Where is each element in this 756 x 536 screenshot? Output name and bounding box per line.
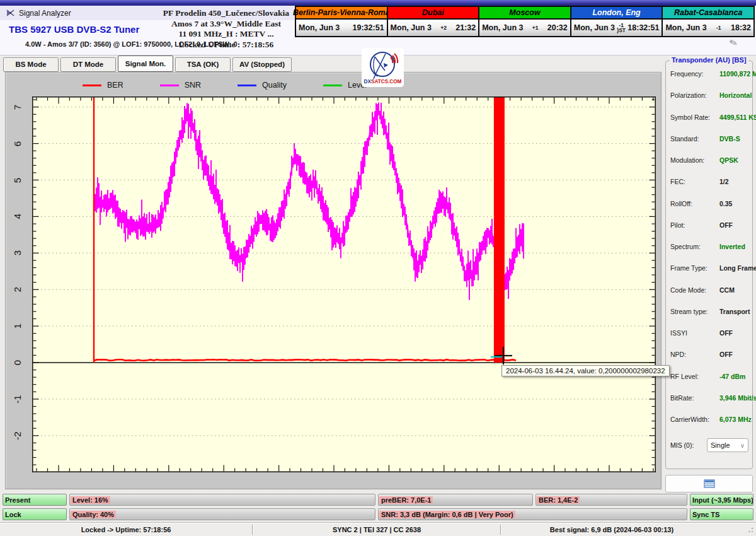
y-axis-tick-label: 6: [12, 137, 26, 151]
stats-row-2: Lock Quality: 40% SNR: 3,3 dB (Margin: 0…: [3, 508, 753, 520]
clock-4: London, EngMon, Jun 3-1)ST18:32:51: [571, 7, 663, 36]
transponder-row: Modulation:QPSK: [670, 156, 750, 164]
clock-date: Mon, Jun 3: [574, 23, 615, 32]
transponder-row: CarrierWidth:6,073 MHz: [670, 416, 750, 423]
signal-chart: [32, 96, 656, 472]
satellite-dish-icon: DXSATCS.COM: [363, 49, 403, 86]
legend-swatch: [238, 84, 256, 86]
clock-2: DubaiMon, Jun 3+221:32: [388, 7, 480, 36]
tab-av-stopped[interactable]: AV (Stopped): [232, 57, 292, 72]
site-line-1: PF Prodelin 450_Lučenec/Slovakia: [156, 8, 296, 19]
clock-city: Moscow: [479, 7, 570, 20]
transponder-value: Inverted: [719, 243, 745, 250]
legend-swatch: [160, 84, 179, 86]
transponder-label: Frequency:: [670, 70, 719, 78]
clock-time: 20:32: [547, 23, 568, 32]
chart-plot-area[interactable]: [32, 96, 656, 472]
clock-utc-offset: -1)ST: [615, 23, 627, 33]
transponder-value: 3,946 Mbit/s: [719, 394, 756, 402]
transponder-row: Frequency:11090,872 MHz: [670, 70, 750, 78]
record-device-button[interactable]: [665, 475, 753, 492]
window-top-border: [0, 0, 756, 6]
mis-label: MIS (0):: [670, 441, 694, 449]
transponder-value: Horizontal: [719, 91, 752, 99]
status-uptime: Locked -> Uptime: 57:18:56: [0, 526, 252, 533]
tuner-title: TBS 5927 USB DVB-S2 Tuner: [9, 24, 139, 35]
transponder-label: RollOff:: [670, 200, 719, 207]
clock-city: Dubai: [388, 7, 479, 20]
clock-utc-offset: +2: [432, 25, 455, 31]
clock-5: Rabat-CasablancaMon, Jun 3-118:32: [663, 7, 753, 36]
clock-time: 21:32: [455, 23, 476, 32]
mis-value: Single: [711, 441, 730, 449]
transponder-row: Code Mode:CCM: [670, 286, 750, 294]
y-axis-tick-label: 5: [12, 173, 26, 187]
clock-time: 18:32:51: [627, 23, 659, 32]
level-meter-label: Level: 16%: [71, 496, 110, 504]
storage-icon: [704, 479, 715, 488]
transponder-row: Pilot:OFF: [670, 221, 750, 229]
legend-item-ber: BER: [83, 81, 123, 90]
transponder-value: 6,073 MHz: [719, 416, 752, 423]
transponder-groupbox: Transponder (AU) [BS] Frequency:11090,87…: [665, 61, 753, 469]
transponder-label: BitRate:: [670, 394, 719, 402]
transponder-rows: Frequency:11090,872 MHzPolarization:Hori…: [670, 70, 750, 423]
transponder-row: Frame Type:Long Frame: [670, 264, 750, 272]
site-line-2: Amos 7 at 3.9°W_Middle East: [156, 19, 296, 30]
transponder-label: Stream type:: [670, 308, 719, 315]
present-indicator: Present: [3, 494, 67, 506]
world-clocks: Berlin-Paris-Vienna-RomaMon, Jun 319:32:…: [295, 6, 755, 37]
transponder-row: FEC:1/2: [670, 178, 750, 185]
clock-time-row: Mon, Jun 3+120:32: [479, 20, 570, 36]
chart-tooltip: 2024-06-03 16.44.24, value: 0,2000000029…: [501, 365, 670, 376]
transponder-value: -47 dBm: [719, 373, 745, 380]
ber-meter-label: BER: 1,4E-2: [537, 496, 580, 504]
svg-text:DXSATCS.COM: DXSATCS.COM: [364, 79, 402, 84]
clock-date: Mon, Jun 3: [665, 23, 706, 32]
transponder-value: 1/2: [719, 178, 729, 185]
transponder-label: Symbol Rate:: [670, 114, 719, 121]
window-title: Signal Analyzer: [19, 9, 71, 18]
transponder-label: CarrierWidth:: [670, 416, 719, 423]
sync-ts-indicator: Sync TS: [690, 508, 753, 520]
transponder-label: Polarization:: [670, 91, 719, 99]
status-sync: SYNC 2 | TEI 327 | CC 2638: [253, 526, 500, 533]
transponder-row: Stream type:Transport: [670, 308, 750, 315]
clock-time-row: Mon, Jun 3+221:32: [388, 20, 479, 36]
y-axis-tick-label: 0: [12, 356, 26, 370]
signature-icon: ✎: [728, 36, 740, 49]
snr-meter: SNR: 3,3 dB (Margin: 0,6 dB | Very Poor): [378, 508, 687, 520]
site-line-3: 11 091 MHz_H : METV ...: [156, 29, 296, 40]
transponder-title: Transponder (AU) [BS]: [670, 56, 748, 64]
transponder-value: OFF: [719, 221, 733, 229]
transponder-row: BitRate:3,946 Mbit/s: [670, 394, 750, 402]
mis-select[interactable]: Single ∨: [707, 438, 748, 452]
site-info-block: PF Prodelin 450_Lučenec/Slovakia Amos 7 …: [156, 8, 296, 50]
transponder-row: RF Level:-47 dBm: [670, 373, 750, 380]
clock-city: Berlin-Paris-Vienna-Roma: [296, 7, 387, 20]
tab-tsa-ok[interactable]: TSA (OK): [175, 57, 231, 72]
transponder-value: 4499,511 KS/s: [719, 114, 756, 121]
transponder-label: Spectrum:: [670, 243, 719, 250]
transponder-value: Long Frame: [719, 264, 756, 272]
y-axis-tick-label: 3: [12, 246, 26, 260]
clock-utc-offset: -1: [707, 25, 731, 31]
transponder-label: Pilot:: [670, 221, 719, 229]
dxsatcs-logo: DXSATCS.COM: [362, 48, 404, 87]
chevron-down-icon: ∨: [740, 442, 745, 449]
clock-1: Berlin-Paris-Vienna-RomaMon, Jun 319:32:…: [296, 7, 388, 36]
transponder-row: RollOff:0.35: [670, 200, 750, 207]
tab-signal-mon[interactable]: Signal Mon.: [118, 55, 173, 72]
app-icon: [6, 8, 15, 18]
legend-swatch: [83, 84, 101, 86]
clock-date: Mon, Jun 3: [391, 23, 432, 32]
transponder-value: DVB-S: [719, 135, 740, 143]
resize-grip[interactable]: .:: [748, 525, 754, 534]
transponder-value: QPSK: [719, 156, 738, 164]
clock-date: Mon, Jun 3: [299, 23, 340, 32]
chart-legend: BERSNRQualityLevel: [83, 79, 367, 91]
tab-bs-mode[interactable]: BS Mode: [3, 57, 59, 72]
clock-time-row: Mon, Jun 319:32:51: [296, 20, 387, 36]
tab-dt-mode[interactable]: DT Mode: [60, 57, 116, 72]
clock-utc-offset: +1: [523, 25, 547, 31]
